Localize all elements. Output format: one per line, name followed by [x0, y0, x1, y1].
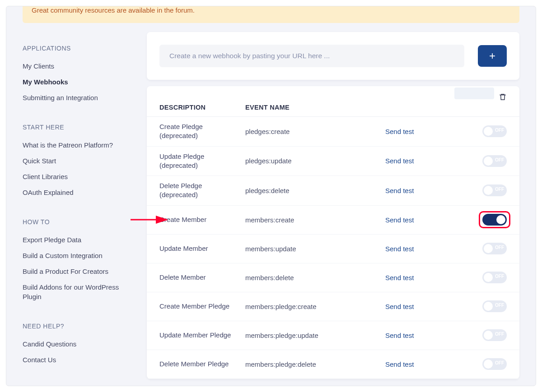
info-banner: Great community resources are available …: [23, 6, 519, 23]
send-test-link[interactable]: Send test: [385, 245, 414, 253]
row-description: Create Member: [159, 210, 245, 230]
trash-icon[interactable]: [499, 92, 507, 101]
row-event-name: members:delete: [245, 274, 385, 281]
sidebar-item[interactable]: OAuth Explained: [23, 184, 129, 200]
row-description: Update Member Pledge: [159, 325, 245, 345]
sidebar-item[interactable]: Client Libraries: [23, 169, 129, 184]
row-event-name: members:pledge:delete: [245, 360, 385, 368]
sidebar-heading: HOW TO: [23, 218, 129, 226]
sidebar: APPLICATIONSMy ClientsMy WebhooksSubmitt…: [23, 32, 129, 386]
main-content: + DESCRIPTION EVENT NAME Create: [147, 32, 519, 386]
sidebar-item[interactable]: Build Addons for our WordPress Plugin: [23, 279, 129, 304]
table-row: Update Pledge (deprecated)pledges:update…: [147, 147, 519, 176]
row-description: Delete Member: [159, 267, 245, 287]
event-toggle[interactable]: [482, 272, 507, 283]
send-test-link[interactable]: Send test: [385, 360, 414, 368]
table-row: Update Membermembers:updateSend test: [147, 235, 519, 263]
sidebar-item[interactable]: Quick Start: [23, 153, 129, 169]
sidebar-heading: NEED HELP?: [23, 323, 129, 330]
table-row: Create Pledge (deprecated)pledges:create…: [147, 117, 519, 147]
add-webhook-button[interactable]: +: [478, 45, 507, 67]
banner-text: Great community resources are available …: [32, 6, 195, 14]
send-test-link[interactable]: Send test: [385, 216, 414, 224]
table-row: Delete Member Pledgemembers:pledge:delet…: [147, 350, 519, 379]
send-test-link[interactable]: Send test: [385, 128, 414, 135]
table-row: Delete Membermembers:deleteSend test: [147, 263, 519, 292]
send-test-link[interactable]: Send test: [385, 187, 414, 194]
event-toggle[interactable]: [482, 358, 507, 370]
row-event-name: pledges:delete: [245, 187, 385, 194]
sidebar-item[interactable]: Build a Product For Creators: [23, 263, 129, 279]
row-description: Update Member: [159, 239, 245, 258]
row-event-name: pledges:create: [245, 128, 385, 135]
sidebar-item[interactable]: My Clients: [23, 58, 129, 74]
row-description: Delete Member Pledge: [159, 354, 245, 374]
event-toggle[interactable]: [482, 329, 507, 341]
row-event-name: members:pledge:update: [245, 332, 385, 339]
sidebar-item[interactable]: My Webhooks: [23, 74, 129, 90]
sidebar-heading: APPLICATIONS: [23, 45, 129, 52]
event-toggle[interactable]: [482, 125, 507, 137]
table-row: Create Membermembers:createSend test: [147, 206, 519, 235]
webhook-url-input[interactable]: [159, 45, 464, 67]
row-event-name: pledges:update: [245, 157, 385, 165]
webhooks-table-card: DESCRIPTION EVENT NAME Create Pledge (de…: [147, 86, 519, 379]
create-webhook-card: +: [147, 32, 519, 80]
th-description: DESCRIPTION: [159, 104, 245, 111]
event-toggle[interactable]: [482, 214, 507, 226]
table-row: Update Member Pledgemembers:pledge:updat…: [147, 321, 519, 350]
table-row: Create Member Pledgemembers:pledge:creat…: [147, 292, 519, 321]
row-description: Create Pledge (deprecated): [159, 117, 245, 146]
redacted-block: [454, 88, 494, 99]
sidebar-item[interactable]: Export Pledge Data: [23, 232, 129, 248]
event-toggle[interactable]: [482, 184, 507, 196]
sidebar-item[interactable]: Contact Us: [23, 352, 129, 368]
th-event-name: EVENT NAME: [245, 104, 385, 111]
sidebar-item[interactable]: Build a Custom Integration: [23, 248, 129, 263]
event-toggle[interactable]: [482, 243, 507, 254]
row-description: Delete Pledge (deprecated): [159, 176, 245, 205]
send-test-link[interactable]: Send test: [385, 332, 414, 339]
send-test-link[interactable]: Send test: [385, 157, 414, 165]
event-toggle[interactable]: [482, 300, 507, 312]
sidebar-item[interactable]: What is the Patreon Platform?: [23, 137, 129, 153]
send-test-link[interactable]: Send test: [385, 303, 414, 310]
row-event-name: members:pledge:create: [245, 303, 385, 310]
row-description: Update Pledge (deprecated): [159, 147, 245, 176]
sidebar-heading: START HERE: [23, 124, 129, 131]
send-test-link[interactable]: Send test: [385, 274, 414, 281]
sidebar-item[interactable]: Submitting an Integration: [23, 90, 129, 106]
row-description: Create Member Pledge: [159, 296, 245, 316]
row-event-name: members:update: [245, 245, 385, 253]
row-event-name: members:create: [245, 216, 385, 224]
sidebar-item[interactable]: Candid Questions: [23, 336, 129, 352]
table-row: Delete Pledge (deprecated)pledges:delete…: [147, 176, 519, 206]
event-toggle[interactable]: [482, 155, 507, 167]
